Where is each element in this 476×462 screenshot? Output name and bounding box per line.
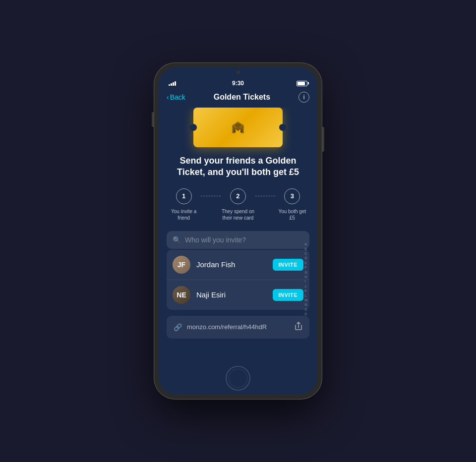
share-icon[interactable] <box>295 322 302 333</box>
contact-jordan[interactable]: JF Jordan Fish INVITE <box>167 250 309 280</box>
referral-container[interactable]: 🔗 monzo.com/referral/h44hdR <box>167 316 309 339</box>
nav-bar: ‹ Back Golden Tickets i <box>159 89 317 108</box>
step-1-circle: 1 <box>176 188 192 204</box>
golden-ticket <box>193 108 283 147</box>
step-2-number: 2 <box>236 192 239 200</box>
step-connector-1 <box>201 196 221 196</box>
home-button-inner <box>229 369 247 388</box>
screen-content: Send your friends a Golden Ticket, and y… <box>159 108 317 362</box>
contact-name-jordan: Jordan Fish <box>196 260 273 269</box>
battery-fill <box>298 82 305 85</box>
step-2: 2 They spend on their new card <box>221 188 255 221</box>
avatar-initials-jordan: JF <box>178 261 185 269</box>
step-2-label: They spend on their new card <box>221 208 255 221</box>
step-1-label: You invite a friend <box>167 208 201 221</box>
alpha-a[interactable]: A <box>304 243 307 247</box>
alpha-d[interactable]: D <box>304 257 307 261</box>
alpha-j[interactable]: J <box>304 285 307 289</box>
contact-naji[interactable]: NE Naji Esiri INVITE <box>167 280 309 310</box>
info-icon: i <box>303 94 305 101</box>
camera-area <box>159 67 317 75</box>
step-2-circle: 2 <box>230 188 246 204</box>
step-3-number: 3 <box>291 192 294 200</box>
monzo-logo <box>227 116 249 138</box>
chevron-left-icon: ‹ <box>167 93 169 101</box>
ticket-container <box>167 108 309 147</box>
alpha-e[interactable]: E <box>304 261 307 265</box>
alpha-p[interactable]: D <box>304 313 307 317</box>
search-bar[interactable]: 🔍 Who will you invite? <box>167 231 309 249</box>
link-icon: 🔗 <box>174 323 182 331</box>
camera-dot <box>237 70 240 74</box>
alpha-n[interactable]: N <box>304 303 307 307</box>
step-1: 1 You invite a friend <box>167 188 201 221</box>
alpha-h[interactable]: H <box>304 275 307 279</box>
avatar-initials-naji: NE <box>177 291 186 299</box>
main-heading: Send your friends a Golden Ticket, and y… <box>167 155 309 178</box>
alpha-m[interactable]: M <box>304 298 307 302</box>
phone-frame: 9:30 ‹ Back Golden Tickets i <box>154 62 322 400</box>
alpha-g[interactable]: G <box>304 271 307 275</box>
status-left <box>169 81 215 86</box>
invite-button-naji[interactable]: INVITE <box>273 289 303 301</box>
alpha-i[interactable]: I <box>304 280 307 284</box>
referral-url: monzo.com/referral/h44hdR <box>187 323 295 331</box>
back-button[interactable]: ‹ Back <box>167 93 185 101</box>
phone-screen: 9:30 ‹ Back Golden Tickets i <box>159 67 317 395</box>
alpha-l[interactable]: L <box>304 294 307 298</box>
step-3-circle: 3 <box>284 188 300 204</box>
avatar-jordan: JF <box>173 256 190 274</box>
alpha-o[interactable]: O <box>304 308 307 312</box>
alpha-b[interactable]: B <box>304 247 307 251</box>
home-button[interactable] <box>226 366 250 391</box>
step-3: 3 You both get £5 <box>275 188 309 221</box>
back-label: Back <box>170 93 185 101</box>
contact-name-naji: Naji Esiri <box>196 290 273 299</box>
page-title: Golden Tickets <box>214 93 270 102</box>
avatar-naji: NE <box>173 286 190 304</box>
step-3-label: You both get £5 <box>275 208 309 221</box>
status-time: 9:30 <box>215 80 261 87</box>
info-button[interactable]: i <box>298 92 309 103</box>
alpha-k[interactable]: K <box>304 289 307 293</box>
steps-container: 1 You invite a friend 2 They spend on th… <box>167 188 309 221</box>
search-placeholder[interactable]: Who will you invite? <box>185 236 246 244</box>
contacts-list: JF Jordan Fish INVITE NE Naji Esiri INVI… <box>167 250 309 310</box>
step-1-number: 1 <box>182 192 185 200</box>
status-right <box>261 81 307 86</box>
search-icon: 🔍 <box>173 236 181 244</box>
alphabet-sidebar: A B C D E F G H I J K L M N O D <box>304 243 307 317</box>
status-bar: 9:30 <box>159 75 317 89</box>
signal-icon <box>169 81 176 86</box>
alpha-f[interactable]: F <box>304 266 307 270</box>
alpha-c[interactable]: C <box>304 252 307 256</box>
step-connector-2 <box>255 196 275 196</box>
invite-button-jordan[interactable]: INVITE <box>273 259 303 271</box>
battery-icon <box>297 81 307 86</box>
